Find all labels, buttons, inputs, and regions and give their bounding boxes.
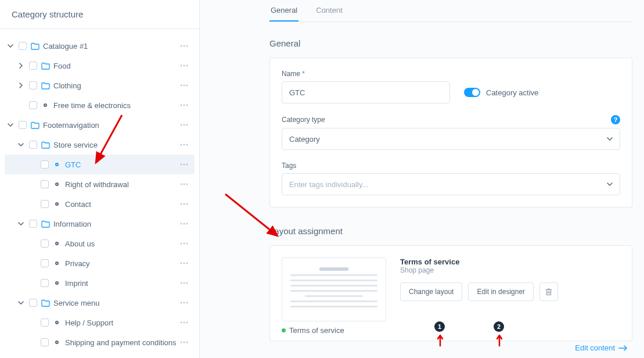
change-layout-button[interactable]: Change layout — [400, 282, 462, 301]
tree-checkbox[interactable] — [41, 160, 49, 169]
tree-checkbox[interactable] — [29, 81, 37, 90]
main-panel: General Content General Name * Category … — [200, 0, 644, 358]
tree-checkbox[interactable] — [41, 279, 49, 287]
more-icon[interactable] — [177, 177, 191, 191]
svg-point-13 — [184, 124, 185, 126]
more-icon[interactable] — [177, 197, 191, 211]
caret-icon[interactable] — [16, 298, 26, 307]
more-icon[interactable] — [177, 296, 191, 310]
annotation-badge-1: 1 — [434, 321, 445, 332]
edit-in-designer-button[interactable]: Edit in designer — [468, 282, 534, 301]
caret-icon[interactable] — [16, 61, 26, 70]
svg-point-20 — [186, 164, 188, 166]
tree-checkbox[interactable] — [41, 239, 49, 248]
tree-item[interactable]: Free time & electronics — [5, 95, 195, 115]
tree-item[interactable]: Privacy — [5, 253, 195, 273]
delete-layout-button[interactable] — [539, 282, 558, 301]
folder-icon — [30, 41, 39, 51]
tree-item[interactable]: Food — [5, 56, 195, 76]
svg-point-15 — [181, 144, 182, 146]
tree-item[interactable]: Service menu — [5, 293, 195, 313]
tags-text-input[interactable] — [289, 180, 607, 189]
page-dot-icon — [52, 278, 62, 288]
more-icon[interactable] — [177, 256, 191, 270]
tags-label: Tags — [282, 162, 620, 170]
more-icon[interactable] — [177, 316, 191, 330]
caret-icon[interactable] — [6, 120, 15, 130]
caret-icon[interactable] — [16, 140, 26, 149]
tree-item-label: Privacy — [65, 259, 177, 268]
more-icon[interactable] — [177, 157, 191, 171]
tree-item[interactable]: Clothing — [5, 76, 195, 95]
category-active-toggle[interactable] — [464, 88, 480, 97]
svg-point-9 — [181, 105, 182, 106]
tree-checkbox[interactable] — [41, 259, 49, 267]
svg-point-24 — [181, 203, 182, 205]
more-icon[interactable] — [177, 98, 191, 112]
svg-point-37 — [184, 282, 185, 284]
caret-icon[interactable] — [6, 41, 15, 51]
svg-point-2 — [186, 45, 188, 47]
folder-icon — [41, 219, 50, 228]
more-icon[interactable] — [177, 276, 191, 290]
tab-content[interactable]: Content — [315, 0, 344, 22]
tree-item[interactable]: About us — [5, 234, 195, 253]
arrow-right-icon — [618, 345, 628, 351]
more-icon[interactable] — [177, 59, 191, 73]
tree-checkbox[interactable] — [41, 200, 49, 208]
svg-point-46 — [184, 342, 185, 343]
svg-point-41 — [186, 302, 188, 304]
chevron-down-icon — [607, 137, 613, 141]
help-icon[interactable]: ? — [611, 115, 620, 124]
more-icon[interactable] — [177, 335, 191, 349]
layout-name: Terms of service — [400, 257, 620, 266]
svg-point-34 — [184, 263, 185, 264]
tree-checkbox[interactable] — [29, 141, 37, 149]
tree-checkbox[interactable] — [19, 121, 27, 129]
more-icon[interactable] — [177, 78, 191, 92]
name-input[interactable] — [282, 81, 450, 103]
tree-item[interactable]: Footernavigation — [5, 115, 195, 135]
svg-point-33 — [181, 263, 182, 264]
general-card: Name * Category active Category type ? C… — [269, 58, 632, 207]
tree-checkbox[interactable] — [41, 338, 49, 346]
svg-point-10 — [184, 105, 185, 106]
tags-input[interactable] — [282, 173, 620, 195]
tree-checkbox[interactable] — [41, 318, 49, 327]
tree-checkbox[interactable] — [29, 299, 37, 307]
tree-item[interactable]: GTC — [5, 155, 195, 174]
caret-icon[interactable] — [16, 219, 26, 228]
tree-item[interactable]: Information — [5, 214, 195, 234]
tree-checkbox[interactable] — [41, 180, 49, 188]
tree-item[interactable]: Help / Support — [5, 313, 195, 332]
tree-checkbox[interactable] — [19, 42, 27, 50]
tree-item[interactable]: Imprint — [5, 273, 195, 293]
layout-type: Shop page — [400, 266, 620, 274]
svg-point-1 — [184, 45, 185, 47]
caret-icon[interactable] — [16, 81, 26, 90]
tree-item[interactable]: Contact — [5, 194, 195, 214]
category-type-select[interactable]: Category — [282, 128, 620, 150]
tree-checkbox[interactable] — [29, 62, 37, 70]
more-icon[interactable] — [177, 118, 191, 132]
tree-checkbox[interactable] — [29, 220, 37, 228]
svg-point-3 — [181, 65, 182, 67]
folder-icon — [41, 81, 50, 90]
more-icon[interactable] — [177, 138, 191, 152]
svg-point-19 — [184, 164, 185, 166]
page-dot-icon — [52, 338, 62, 347]
folder-icon — [41, 61, 50, 70]
tab-general[interactable]: General — [269, 0, 298, 22]
tree-item[interactable]: Right of withdrawal — [5, 174, 195, 194]
more-icon[interactable] — [177, 237, 191, 250]
tree-checkbox[interactable] — [29, 101, 37, 109]
edit-content-link[interactable]: Edit content — [575, 343, 628, 352]
more-icon[interactable] — [177, 217, 191, 231]
svg-point-30 — [181, 243, 182, 245]
tree-item-label: Service menu — [53, 299, 177, 307]
tree-item[interactable]: Store service — [5, 135, 195, 155]
tree-item[interactable]: Catalogue #1 — [5, 36, 195, 56]
more-icon[interactable] — [177, 39, 191, 53]
svg-point-29 — [186, 223, 188, 225]
tree-item[interactable]: Shipping and payment conditions — [5, 332, 195, 352]
